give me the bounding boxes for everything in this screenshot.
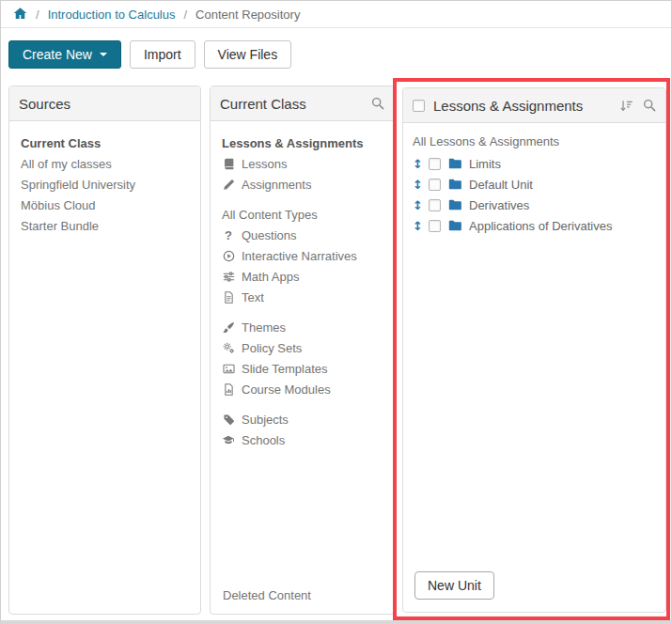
- search-icon[interactable]: [643, 99, 656, 112]
- drag-handle-icon[interactable]: ↕: [413, 158, 421, 170]
- breadcrumb-separator: /: [36, 8, 39, 22]
- select-all-checkbox[interactable]: [413, 100, 425, 112]
- filter-lessons-assignments[interactable]: Lessons & Assignments: [222, 133, 383, 153]
- unit-checkbox[interactable]: [429, 158, 441, 170]
- new-unit-button[interactable]: New Unit: [414, 571, 494, 600]
- unit-checkbox[interactable]: [429, 179, 441, 191]
- breadcrumb-current-page: Content Repository: [195, 8, 300, 22]
- drag-handle-icon[interactable]: ↕: [413, 199, 421, 211]
- graduation-cap-icon: [222, 434, 235, 446]
- sources-panel-title: Sources: [9, 86, 200, 121]
- unit-row-default-unit: ↕ Default Unit: [403, 174, 665, 195]
- filter-interactive-narratives[interactable]: Interactive Narratives: [222, 245, 383, 266]
- create-new-button[interactable]: Create New: [8, 40, 121, 69]
- lessons-panel-title: Lessons & Assignments: [433, 98, 583, 114]
- unit-checkbox[interactable]: [429, 220, 441, 232]
- unit-label[interactable]: Derivatives: [469, 198, 529, 212]
- drag-handle-icon[interactable]: ↕: [413, 220, 421, 232]
- question-icon: ?: [222, 228, 235, 242]
- pencil-icon: [222, 179, 235, 191]
- unit-checkbox[interactable]: [429, 199, 441, 211]
- filter-text[interactable]: Text: [222, 287, 383, 307]
- source-item-springfield-university[interactable]: Springfield University: [21, 174, 189, 195]
- search-icon[interactable]: [371, 97, 384, 110]
- import-button[interactable]: Import: [130, 40, 195, 69]
- source-item-mobius-cloud[interactable]: Möbius Cloud: [21, 195, 189, 215]
- paint-brush-icon: [222, 321, 235, 334]
- gears-icon: [222, 342, 235, 354]
- folder-icon: [448, 158, 461, 169]
- filter-questions[interactable]: ? Questions: [222, 225, 383, 245]
- lessons-assignments-panel: Lessons & Assignments All Lessons & Assi…: [402, 87, 666, 613]
- view-files-button[interactable]: View Files: [204, 40, 292, 69]
- tag-icon: [222, 413, 235, 426]
- filter-all-content-types[interactable]: All Content Types: [222, 204, 383, 225]
- unit-row-applications-of-derivatives: ↕ Applications of Derivatives: [403, 215, 665, 236]
- folder-icon: [448, 179, 461, 190]
- chevron-down-icon: [100, 53, 107, 56]
- filter-slide-templates[interactable]: Slide Templates: [222, 358, 383, 379]
- current-class-filter-list: Lessons & Assignments Lessons Assignment…: [211, 121, 394, 461]
- home-icon[interactable]: [13, 7, 27, 21]
- current-class-panel-header: Current Class: [211, 86, 394, 121]
- source-item-current-class[interactable]: Current Class: [21, 133, 189, 153]
- folder-icon: [448, 199, 461, 211]
- create-new-label: Create New: [23, 47, 92, 62]
- unit-row-derivatives: ↕ Derivatives: [403, 195, 665, 215]
- filter-themes[interactable]: Themes: [222, 317, 383, 337]
- sliders-icon: [222, 271, 235, 283]
- source-item-starter-bundle[interactable]: Starter Bundle: [21, 215, 189, 236]
- filter-course-modules[interactable]: Course Modules: [222, 379, 383, 399]
- unit-label[interactable]: Limits: [469, 157, 501, 171]
- toolbar: Create New Import View Files: [8, 40, 291, 69]
- file-text-icon: [222, 291, 235, 304]
- image-icon: [222, 363, 235, 375]
- sort-amount-icon[interactable]: [619, 99, 633, 113]
- breadcrumb: / Introduction to Calculus / Content Rep…: [1, 1, 671, 28]
- current-class-panel-title: Current Class: [220, 96, 306, 112]
- filter-policy-sets[interactable]: Policy Sets: [222, 337, 383, 358]
- sources-list: Current Class All of my classes Springfi…: [9, 121, 200, 247]
- source-item-all-classes[interactable]: All of my classes: [21, 153, 189, 174]
- filter-subjects[interactable]: Subjects: [222, 409, 383, 429]
- unit-label[interactable]: Applications of Derivatives: [469, 219, 612, 233]
- book-icon: [222, 158, 235, 170]
- sources-panel: Sources Current Class All of my classes …: [8, 86, 201, 615]
- highlight-annotation-box: Lessons & Assignments All Lessons & Assi…: [393, 78, 670, 620]
- file-chart-icon: [222, 383, 235, 396]
- all-lessons-assignments-label[interactable]: All Lessons & Assignments: [403, 123, 665, 153]
- unit-label[interactable]: Default Unit: [469, 178, 533, 192]
- filter-lessons[interactable]: Lessons: [222, 153, 383, 174]
- current-class-panel: Current Class Lessons & Assignments Less…: [210, 86, 395, 615]
- deleted-content-link[interactable]: Deleted Content: [223, 588, 311, 602]
- filter-assignments[interactable]: Assignments: [222, 174, 383, 195]
- content-repository-screen: / Introduction to Calculus / Content Rep…: [0, 0, 672, 624]
- lessons-panel-header: Lessons & Assignments: [403, 88, 665, 123]
- unit-row-limits: ↕ Limits: [403, 153, 665, 174]
- folder-icon: [448, 220, 461, 231]
- breadcrumb-link-class[interactable]: Introduction to Calculus: [48, 8, 176, 22]
- drag-handle-icon[interactable]: ↕: [413, 179, 421, 191]
- filter-math-apps[interactable]: Math Apps: [222, 266, 383, 287]
- filter-schools[interactable]: Schools: [222, 429, 383, 450]
- play-circle-icon: [222, 250, 235, 262]
- breadcrumb-separator: /: [183, 8, 187, 22]
